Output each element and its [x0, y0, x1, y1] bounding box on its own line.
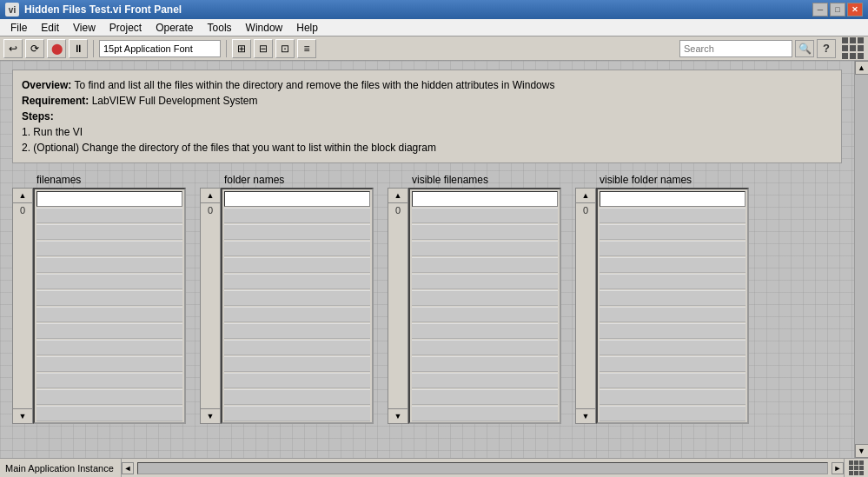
- toolbar-reorder[interactable]: ≡: [297, 39, 316, 58]
- list-item[interactable]: [412, 389, 558, 405]
- list-item[interactable]: [412, 323, 558, 339]
- list-item[interactable]: [224, 373, 370, 388]
- list-item[interactable]: [224, 406, 370, 421]
- array-index-display-filenames[interactable]: 0: [12, 203, 33, 408]
- list-item[interactable]: [600, 406, 745, 421]
- list-item[interactable]: [36, 323, 182, 339]
- list-item[interactable]: [412, 406, 558, 421]
- menu-file[interactable]: File: [3, 20, 34, 36]
- list-item[interactable]: [36, 373, 182, 388]
- list-item[interactable]: [36, 356, 182, 372]
- list-item[interactable]: [36, 340, 182, 355]
- menu-tools[interactable]: Tools: [201, 20, 239, 36]
- array-index-down-folder-names[interactable]: ▼: [200, 408, 221, 424]
- list-item[interactable]: [600, 340, 745, 355]
- list-item[interactable]: [600, 224, 745, 240]
- array-index-up-filenames[interactable]: ▲: [12, 188, 33, 203]
- list-item[interactable]: [224, 389, 370, 405]
- search-input[interactable]: [679, 40, 792, 57]
- list-item[interactable]: [600, 191, 745, 207]
- font-selector[interactable]: [99, 40, 221, 57]
- maximize-button[interactable]: □: [830, 3, 845, 17]
- close-button[interactable]: ✕: [847, 3, 863, 17]
- list-item[interactable]: [412, 224, 558, 240]
- list-item[interactable]: [412, 290, 558, 306]
- list-item[interactable]: [224, 257, 370, 273]
- status-bar: Main Application Instance ◄ ►: [0, 458, 868, 477]
- list-item[interactable]: [600, 290, 745, 306]
- list-item[interactable]: [36, 389, 182, 405]
- list-item[interactable]: [224, 340, 370, 355]
- list-item[interactable]: [600, 389, 745, 405]
- list-item[interactable]: [224, 323, 370, 339]
- menu-operate[interactable]: Operate: [149, 20, 200, 36]
- list-item[interactable]: [412, 340, 558, 355]
- list-item[interactable]: [600, 373, 745, 388]
- list-item[interactable]: [412, 191, 558, 207]
- toolbar-run-arrow[interactable]: ↩: [3, 39, 23, 58]
- array-index-display-folder-names[interactable]: 0: [200, 203, 221, 408]
- array-index-up-visible-folder-names[interactable]: ▲: [575, 188, 596, 203]
- scroll-track[interactable]: [855, 75, 868, 444]
- list-item[interactable]: [36, 290, 182, 306]
- window-icon: vi: [5, 3, 19, 17]
- scroll-right-button[interactable]: ►: [832, 462, 844, 474]
- list-item[interactable]: [224, 290, 370, 306]
- list-item[interactable]: [600, 274, 745, 289]
- array-index-display-visible-filenames[interactable]: 0: [388, 203, 408, 408]
- requirement-label: Requirement:: [22, 95, 89, 107]
- list-item[interactable]: [36, 224, 182, 240]
- toolbar-abort[interactable]: ⬤: [47, 39, 66, 58]
- search-button[interactable]: 🔍: [795, 40, 814, 57]
- list-item[interactable]: [224, 307, 370, 322]
- scroll-down-button[interactable]: ▼: [855, 444, 869, 458]
- array-index-up-folder-names[interactable]: ▲: [200, 188, 221, 203]
- toolbar-run-continuously[interactable]: ⟳: [25, 39, 44, 58]
- menu-help[interactable]: Help: [289, 20, 325, 36]
- array-index-down-visible-filenames[interactable]: ▼: [388, 408, 408, 424]
- list-item[interactable]: [224, 356, 370, 372]
- toolbar-distribute[interactable]: ⊟: [254, 39, 273, 58]
- list-item[interactable]: [36, 257, 182, 273]
- toolbar-resize[interactable]: ⊡: [275, 39, 295, 58]
- scroll-left-button[interactable]: ◄: [122, 462, 134, 474]
- list-item[interactable]: [224, 274, 370, 289]
- minimize-button[interactable]: ─: [812, 3, 828, 17]
- list-item[interactable]: [412, 356, 558, 372]
- list-item[interactable]: [600, 356, 745, 372]
- list-item[interactable]: [412, 241, 558, 256]
- list-item[interactable]: [600, 323, 745, 339]
- menu-window[interactable]: Window: [239, 20, 290, 36]
- array-index-down-visible-folder-names[interactable]: ▼: [575, 408, 596, 424]
- list-item[interactable]: [224, 224, 370, 240]
- list-item[interactable]: [600, 257, 745, 273]
- list-item[interactable]: [600, 208, 745, 223]
- list-item[interactable]: [412, 373, 558, 388]
- horizontal-scrollbar[interactable]: [137, 462, 828, 474]
- list-item[interactable]: [224, 208, 370, 223]
- list-item[interactable]: [412, 257, 558, 273]
- list-item[interactable]: [36, 191, 182, 207]
- list-item[interactable]: [224, 241, 370, 256]
- list-item[interactable]: [600, 307, 745, 322]
- array-index-up-visible-filenames[interactable]: ▲: [388, 188, 408, 203]
- list-item[interactable]: [36, 208, 182, 223]
- list-item[interactable]: [36, 274, 182, 289]
- array-index-display-visible-folder-names[interactable]: 0: [575, 203, 596, 408]
- list-item[interactable]: [224, 191, 370, 207]
- menu-project[interactable]: Project: [103, 20, 149, 36]
- list-item[interactable]: [36, 406, 182, 421]
- list-item[interactable]: [36, 241, 182, 256]
- help-button[interactable]: ?: [817, 39, 836, 58]
- list-item[interactable]: [412, 208, 558, 223]
- list-item[interactable]: [412, 307, 558, 322]
- array-index-down-filenames[interactable]: ▼: [12, 408, 33, 424]
- list-item[interactable]: [36, 307, 182, 322]
- menu-edit[interactable]: Edit: [34, 20, 66, 36]
- toolbar-align[interactable]: ⊞: [232, 39, 251, 58]
- toolbar-pause[interactable]: ⏸: [69, 39, 88, 58]
- menu-view[interactable]: View: [66, 20, 103, 36]
- scroll-up-button[interactable]: ▲: [855, 61, 869, 75]
- list-item[interactable]: [412, 274, 558, 289]
- list-item[interactable]: [600, 241, 745, 256]
